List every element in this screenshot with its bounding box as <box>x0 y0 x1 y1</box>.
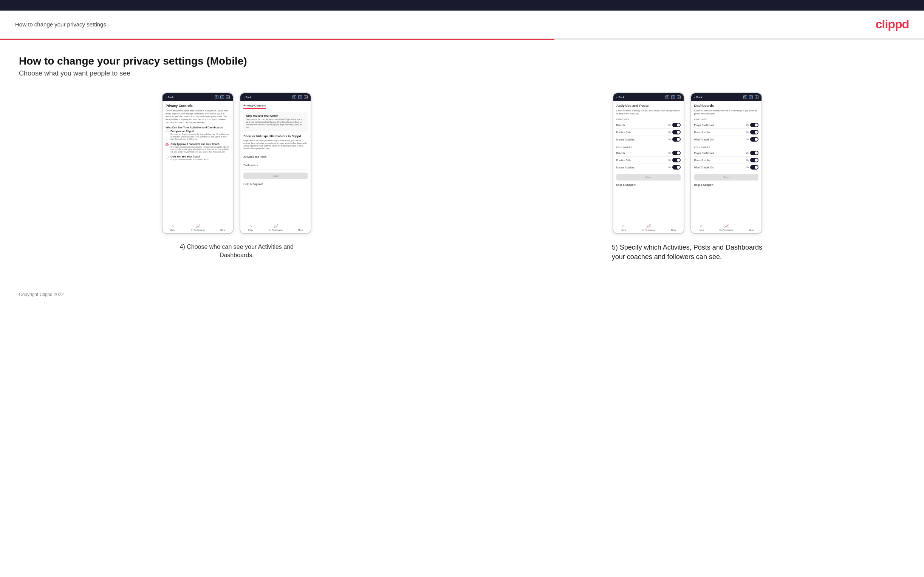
manual-toggle-3[interactable] <box>672 137 681 142</box>
f-rounds-toggle-3[interactable] <box>672 151 681 155</box>
privacy-controls-title: Privacy Controls <box>166 104 230 108</box>
rounds-on-text-3: ON <box>668 124 671 126</box>
coaches-header-3: COACHES <box>616 118 681 121</box>
chevron-activities: › <box>307 155 308 159</box>
copyright: Copyright Clippd 2022 <box>19 292 64 297</box>
search-icon-2[interactable]: 🔍 <box>292 95 296 99</box>
option2-label: Only Approved Followers and Your Coach <box>170 143 230 145</box>
back-button-4[interactable]: ‹ Back <box>694 95 702 99</box>
f-manual-toggle-3[interactable] <box>672 165 681 169</box>
profile-icon-4[interactable]: 👤 <box>749 95 753 99</box>
phone-screen-2: ‹ Back 🔍 👤 ⚙ Privacy Controls Only You a… <box>240 92 312 234</box>
nav-performance-3[interactable]: 📈 My Performance <box>642 224 656 231</box>
nav-menu-3[interactable]: ☰ Menu <box>671 224 676 231</box>
rounds-toggle-3[interactable] <box>672 123 681 127</box>
f-round-insights-toggle[interactable] <box>750 158 758 162</box>
nav-home-1[interactable]: ⌂ Home <box>170 224 175 231</box>
toggle-player-dash-coaches: Player Dashboard ON <box>694 122 758 129</box>
show-hide-desc: Regardless of the privacy controls that … <box>243 139 308 150</box>
nav-menu-1[interactable]: ☰ Menu <box>220 224 225 231</box>
f-practice-toggle-3[interactable] <box>672 158 681 162</box>
followers-header-3: FOLLOWERS <box>616 146 681 148</box>
nav-performance-label-2: My Performance <box>269 229 283 231</box>
chevron-dashboards: › <box>307 163 308 167</box>
screenshot-group-left: ‹ Back 🔍 👤 ⚙ Privacy Controls Control ho… <box>19 92 455 260</box>
f-what-to-work-label: What To Work On <box>694 166 714 169</box>
coaches-header-4: COACHES <box>694 118 758 121</box>
profile-icon-3[interactable]: 👤 <box>671 95 675 99</box>
radio-option-approved[interactable]: Only Approved Followers and Your Coach O… <box>166 143 230 153</box>
info-box-title: Only You and Your Coach <box>246 114 305 117</box>
save-button-3[interactable]: Save <box>616 174 681 181</box>
phone-body-2: Privacy Controls Only You and Your Coach… <box>240 101 311 222</box>
settings-icon[interactable]: ⚙ <box>226 95 230 99</box>
practice-label-3: Practice Drills <box>616 131 632 134</box>
round-insights-toggle[interactable] <box>750 130 758 134</box>
activities-label: Activities and Posts <box>243 156 267 158</box>
search-icon-4[interactable]: 🔍 <box>743 95 747 99</box>
radio-circle-1[interactable] <box>166 130 168 133</box>
nav-performance-2[interactable]: 📈 My Performance <box>269 224 283 231</box>
menu-dashboards[interactable]: Dashboards › <box>243 161 308 169</box>
option2-desc: Only approved followers and coaches you … <box>170 146 230 153</box>
performance-icon-2: 📈 <box>274 224 278 228</box>
manual-label-3: Manual Activities <box>616 138 635 141</box>
bottom-nav-2: ⌂ Home 📈 My Performance ☰ Menu <box>240 222 311 233</box>
nav-menu-4[interactable]: ☰ Menu <box>749 224 754 231</box>
search-icon[interactable]: 🔍 <box>215 95 218 99</box>
f-round-insights-label: Round Insights <box>694 159 711 162</box>
menu-activities[interactable]: Activities and Posts › <box>243 153 308 161</box>
toggle-manual-coaches: Manual Activities ON <box>616 136 681 143</box>
player-dash-toggle[interactable] <box>750 123 758 127</box>
back-button-2[interactable]: ‹ Back <box>243 95 251 99</box>
f-player-dash-toggle[interactable] <box>750 151 758 155</box>
toggle-practice-coaches: Practice Drills ON <box>616 129 681 136</box>
nav-performance-4[interactable]: 📈 My Performance <box>720 224 733 231</box>
radio-option-everyone[interactable]: Everyone on Clippd Everyone on Clippd ca… <box>166 130 230 140</box>
f-practice-on-text-3: ON <box>668 159 671 161</box>
radio-option-only-you[interactable]: Only You and Your Coach Only you and the… <box>166 155 230 161</box>
menu-icon-1: ☰ <box>221 224 225 228</box>
nav-performance-label-3: My Performance <box>642 229 656 231</box>
f-rounds-label-3: Rounds <box>616 152 625 155</box>
phone-body-1: Privacy Controls Control how you and you… <box>163 101 233 222</box>
nav-performance-1[interactable]: 📈 My Performance <box>191 224 205 231</box>
phone-screen-3: ‹ Back 🔍 👤 ⚙ Activities and Posts Select… <box>612 92 684 234</box>
radio-circle-2[interactable] <box>166 143 168 146</box>
what-to-work-toggle[interactable] <box>750 137 758 142</box>
nav-menu-2[interactable]: ☰ Menu <box>298 224 303 231</box>
followers-header-4: FOLLOWERS <box>694 146 758 148</box>
settings-icon-3[interactable]: ⚙ <box>677 95 681 99</box>
nav-menu-label-2: Menu <box>298 229 303 231</box>
caption-right: 5) Specify which Activities, Posts and D… <box>612 243 763 262</box>
option3-desc: Only you and the coaches you connect wit… <box>170 158 209 161</box>
search-icon-3[interactable]: 🔍 <box>666 95 669 99</box>
save-button-2[interactable]: Save <box>243 172 308 179</box>
settings-icon-2[interactable]: ⚙ <box>304 95 308 99</box>
radio-circle-3[interactable] <box>166 156 168 159</box>
round-insights-label: Round Insights <box>694 131 711 134</box>
help-support-4: Help & Support <box>694 184 758 186</box>
practice-toggle-3[interactable] <box>672 130 681 134</box>
phone-nav-1: ‹ Back 🔍 👤 ⚙ <box>163 93 233 101</box>
nav-home-3[interactable]: ⌂ Home <box>621 224 626 231</box>
profile-icon-2[interactable]: 👤 <box>298 95 302 99</box>
nav-home-4[interactable]: ⌂ Home <box>699 224 704 231</box>
settings-icon-4[interactable]: ⚙ <box>755 95 758 99</box>
f-manual-label-3: Manual Activities <box>616 166 635 169</box>
back-button-3[interactable]: ‹ Back <box>616 95 624 99</box>
home-icon-3: ⌂ <box>622 224 625 228</box>
nav-icons-1: 🔍 👤 ⚙ <box>215 95 230 99</box>
phone-screen-4: ‹ Back 🔍 👤 ⚙ Dashboards Select the dashb… <box>690 92 762 234</box>
f-manual-on-text-3: ON <box>668 166 671 168</box>
back-button-1[interactable]: ‹ Back <box>166 95 173 99</box>
player-dash-on-text: ON <box>746 124 749 126</box>
menu-icon-3: ☰ <box>672 224 675 228</box>
profile-icon[interactable]: 👤 <box>220 95 224 99</box>
bottom-nav-4: ⌂ Home 📈 My Performance ☰ Menu <box>691 222 761 233</box>
f-what-to-work-toggle[interactable] <box>750 165 758 169</box>
nav-home-2[interactable]: ⌂ Home <box>248 224 253 231</box>
page-subtitle: Choose what you want people to see <box>19 69 905 77</box>
breadcrumb: How to change your privacy settings <box>15 21 106 27</box>
save-button-4[interactable]: Save <box>694 174 758 181</box>
